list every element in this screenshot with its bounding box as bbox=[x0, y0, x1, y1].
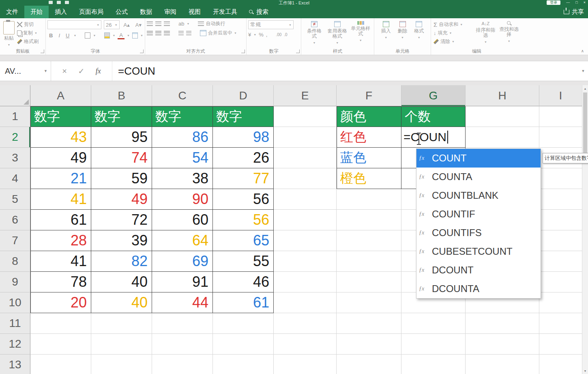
alignment-dialog-launcher[interactable] bbox=[241, 49, 245, 53]
scroll-up-arrow[interactable]: ▲ bbox=[582, 85, 588, 92]
formula-input[interactable]: =COUN bbox=[112, 61, 578, 81]
autocomplete-item-cubesetcount[interactable]: ƒxCUBESETCOUNT bbox=[416, 242, 541, 261]
conditional-formatting-button[interactable]: ≠ 条件格式▼ bbox=[303, 20, 326, 48]
align-left-icon[interactable] bbox=[147, 31, 153, 35]
cell-C13[interactable] bbox=[152, 355, 213, 374]
cell-D9[interactable]: 46 bbox=[213, 272, 274, 292]
cell-A1[interactable]: 数字 bbox=[30, 106, 91, 127]
cell-F9[interactable] bbox=[337, 272, 401, 292]
autocomplete-item-countif[interactable]: ƒxCOUNTIF bbox=[416, 205, 541, 224]
cell-H12[interactable] bbox=[466, 334, 539, 355]
cell-A13[interactable] bbox=[30, 355, 91, 374]
cell-I6[interactable] bbox=[539, 210, 582, 230]
cut-button[interactable]: 剪切 bbox=[17, 21, 39, 28]
cell-C8[interactable]: 69 bbox=[152, 251, 213, 272]
row-header-3[interactable]: 3 bbox=[0, 148, 30, 168]
cell-B8[interactable]: 82 bbox=[91, 251, 152, 272]
bold-button[interactable]: B bbox=[47, 32, 54, 39]
cell-G11[interactable] bbox=[401, 313, 466, 334]
row-header-8[interactable]: 8 bbox=[0, 251, 30, 272]
cell-D6[interactable]: 56 bbox=[213, 210, 274, 230]
ribbon-tab-开始[interactable]: 开始 bbox=[24, 6, 49, 18]
cell-E11[interactable] bbox=[274, 313, 337, 334]
cell-I1[interactable] bbox=[539, 106, 582, 127]
cell-A5[interactable]: 41 bbox=[30, 189, 91, 210]
cell-A4[interactable]: 21 bbox=[30, 168, 91, 189]
column-header-B[interactable]: B bbox=[91, 85, 152, 106]
merge-center-button[interactable]: 合并后居中▼ bbox=[200, 30, 237, 37]
cell-E9[interactable] bbox=[274, 272, 337, 292]
fill-color-button[interactable] bbox=[104, 32, 110, 39]
column-header-D[interactable]: D bbox=[213, 85, 274, 106]
cell-C2[interactable]: 86 bbox=[152, 127, 213, 148]
row-header-5[interactable]: 5 bbox=[0, 189, 30, 210]
borders-button[interactable] bbox=[85, 32, 90, 39]
cell-I11[interactable] bbox=[539, 313, 582, 334]
cell-E13[interactable] bbox=[274, 355, 337, 374]
cell-E1[interactable] bbox=[274, 106, 337, 127]
cell-A7[interactable]: 28 bbox=[30, 230, 91, 251]
align-middle-icon[interactable] bbox=[155, 21, 161, 26]
ribbon-tab-公式[interactable]: 公式 bbox=[109, 6, 134, 18]
clear-button[interactable]: 清除▼ bbox=[433, 38, 474, 45]
clipboard-dialog-launcher[interactable] bbox=[41, 49, 44, 53]
ribbon-tab-文件[interactable]: 文件 bbox=[0, 6, 24, 18]
name-box-dropdown-icon[interactable]: ▼ bbox=[44, 69, 47, 73]
cell-C11[interactable] bbox=[152, 313, 213, 334]
cell-F10[interactable] bbox=[337, 292, 401, 313]
row-header-7[interactable]: 7 bbox=[0, 230, 30, 251]
autocomplete-item-dcounta[interactable]: ƒxDCOUNTA bbox=[416, 279, 541, 298]
cell-B13[interactable] bbox=[91, 355, 152, 374]
cell-D5[interactable]: 56 bbox=[213, 189, 274, 210]
cell-G1[interactable]: 个数 bbox=[401, 106, 466, 127]
increase-decimal-button[interactable]: .00 bbox=[276, 32, 281, 37]
delete-cells-button[interactable]: 删除▼ bbox=[396, 20, 409, 48]
cell-C9[interactable]: 91 bbox=[152, 272, 213, 292]
cell-D10[interactable]: 61 bbox=[213, 292, 274, 313]
cell-E2[interactable] bbox=[274, 127, 337, 148]
ribbon-tab-数据[interactable]: 数据 bbox=[134, 6, 158, 18]
cell-A11[interactable] bbox=[30, 313, 91, 334]
font-name-combo[interactable]: ▼ bbox=[47, 20, 101, 29]
cell-I7[interactable] bbox=[539, 230, 582, 251]
cell-E8[interactable] bbox=[274, 251, 337, 272]
maximize-button[interactable]: □ bbox=[575, 0, 577, 5]
cell-F11[interactable] bbox=[337, 313, 401, 334]
cell-I8[interactable] bbox=[539, 251, 582, 272]
cell-B4[interactable]: 59 bbox=[91, 168, 152, 189]
cell-I9[interactable] bbox=[539, 272, 582, 292]
paste-button[interactable]: 粘贴▼ bbox=[2, 20, 16, 48]
accounting-format-button[interactable]: ¥ bbox=[248, 32, 251, 38]
cell-I5[interactable] bbox=[539, 189, 582, 210]
phonetic-button[interactable] bbox=[132, 32, 138, 39]
italic-button[interactable]: I bbox=[57, 32, 62, 39]
cell-F1[interactable]: 颜色 bbox=[337, 106, 401, 127]
font-dialog-launcher[interactable] bbox=[140, 49, 144, 53]
cell-C12[interactable] bbox=[152, 334, 213, 355]
cell-I12[interactable] bbox=[539, 334, 582, 355]
column-header-G[interactable]: G bbox=[401, 85, 466, 106]
decrease-indent-icon[interactable] bbox=[178, 31, 184, 35]
cell-F4[interactable]: 橙色 bbox=[337, 168, 401, 189]
format-as-table-button[interactable]: 套用表格格式▼ bbox=[326, 20, 349, 48]
close-button[interactable]: × bbox=[584, 0, 586, 5]
row-header-1[interactable]: 1 bbox=[0, 106, 30, 127]
wrap-text-button[interactable]: 自动换行 bbox=[198, 20, 225, 27]
copy-button[interactable]: 复制▼ bbox=[17, 30, 39, 37]
cell-F2[interactable]: 红色 bbox=[337, 127, 401, 148]
cell-I10[interactable] bbox=[539, 292, 582, 313]
cell-B3[interactable]: 74 bbox=[91, 148, 152, 168]
number-dialog-launcher[interactable] bbox=[296, 49, 300, 53]
cell-C1[interactable]: 数字 bbox=[152, 106, 213, 127]
font-size-combo[interactable]: 26▼ bbox=[104, 20, 120, 29]
row-header-13[interactable]: 13 bbox=[0, 355, 30, 374]
format-cells-button[interactable]: 格式▼ bbox=[412, 20, 425, 48]
cell-C7[interactable]: 64 bbox=[152, 230, 213, 251]
cell-I4[interactable] bbox=[539, 168, 582, 189]
format-painter-button[interactable]: 格式刷 bbox=[17, 38, 39, 45]
column-header-F[interactable]: F bbox=[337, 85, 401, 106]
cell-D11[interactable] bbox=[213, 313, 274, 334]
cell-C6[interactable]: 60 bbox=[152, 210, 213, 230]
cell-D2[interactable]: 98 bbox=[213, 127, 274, 148]
font-color-button[interactable]: A bbox=[118, 32, 124, 39]
